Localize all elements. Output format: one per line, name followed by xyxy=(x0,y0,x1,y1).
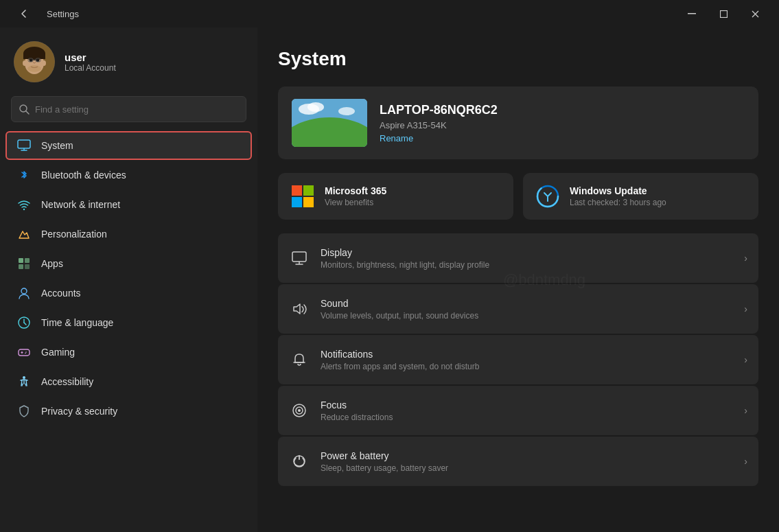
sound-icon xyxy=(289,299,310,319)
svg-point-21 xyxy=(23,209,25,210)
microsoft365-subtitle: View benefits xyxy=(325,198,386,207)
notifications-text: Notifications Alerts from apps and syste… xyxy=(321,349,733,371)
settings-row-display[interactable]: Display Monitors, brightness, night ligh… xyxy=(278,233,758,283)
svg-point-35 xyxy=(23,376,25,379)
sidebar-item-privacy[interactable]: Privacy & security xyxy=(5,397,252,426)
display-text: Display Monitors, brightness, night ligh… xyxy=(321,247,733,270)
privacy-icon xyxy=(16,404,32,419)
device-card: LAPTOP-86NQR6C2 Aspire A315-54K Rename xyxy=(278,86,758,159)
focus-subtitle: Reduce distractions xyxy=(321,413,733,422)
svg-rect-22 xyxy=(19,258,23,263)
device-model: Aspire A315-54K xyxy=(380,120,498,130)
app-title: Settings xyxy=(47,9,79,19)
svg-rect-24 xyxy=(19,264,23,269)
sidebar-item-label-apps: Apps xyxy=(41,258,63,269)
sidebar-item-bluetooth[interactable]: Bluetooth & devices xyxy=(5,161,252,189)
settings-row-focus[interactable]: Focus Reduce distractions › xyxy=(278,386,758,435)
user-name: user xyxy=(65,51,116,63)
svg-rect-18 xyxy=(18,140,30,148)
sidebar-item-time[interactable]: Time & language xyxy=(5,308,252,337)
sidebar-item-network[interactable]: Network & internet xyxy=(5,190,252,219)
windows-update-tile[interactable]: Windows Update Last checked: 3 hours ago xyxy=(523,173,758,220)
svg-rect-1 xyxy=(720,10,727,17)
display-subtitle: Monitors, brightness, night light, displ… xyxy=(321,260,733,270)
close-button[interactable] xyxy=(739,3,771,25)
svg-point-9 xyxy=(42,60,46,66)
titlebar: Settings xyxy=(0,0,779,27)
microsoft365-tile[interactable]: Microsoft 365 View benefits xyxy=(278,173,513,220)
svg-rect-42 xyxy=(303,185,314,196)
svg-rect-30 xyxy=(19,349,30,356)
notifications-icon xyxy=(289,349,310,370)
svg-rect-43 xyxy=(292,197,302,207)
wifi-icon xyxy=(16,197,32,212)
sidebar-item-label-personalization: Personalization xyxy=(41,229,107,240)
back-button[interactable] xyxy=(8,3,40,25)
search-icon xyxy=(19,104,30,115)
monitor-icon xyxy=(16,138,32,153)
device-thumbnail xyxy=(292,99,367,147)
notifications-chevron: › xyxy=(744,354,747,365)
svg-point-33 xyxy=(25,351,27,353)
display-chevron: › xyxy=(744,253,747,264)
display-icon xyxy=(289,248,310,268)
settings-list: Display Monitors, brightness, night ligh… xyxy=(278,233,758,486)
rename-link[interactable]: Rename xyxy=(380,133,498,143)
sidebar-item-apps[interactable]: Apps xyxy=(5,249,252,278)
search-container xyxy=(0,96,257,130)
gaming-icon xyxy=(16,345,32,360)
device-name: LAPTOP-86NQR6C2 xyxy=(380,103,498,117)
sidebar-item-label-network: Network & internet xyxy=(41,199,120,210)
sidebar-item-label-privacy: Privacy & security xyxy=(41,406,117,417)
svg-rect-23 xyxy=(25,258,30,263)
windows-update-title: Windows Update xyxy=(570,185,666,196)
sidebar-item-label-gaming: Gaming xyxy=(41,347,75,358)
svg-rect-48 xyxy=(292,252,306,262)
minimize-button[interactable] xyxy=(676,3,708,25)
content-area: @bdntmdng System LAPTOP-86NQR6C2 Aspire … xyxy=(257,27,779,532)
microsoft365-title: Microsoft 365 xyxy=(325,185,386,196)
user-profile[interactable]: user Local Account xyxy=(0,27,257,96)
settings-row-sound[interactable]: Sound Volume levels, output, input, soun… xyxy=(278,284,758,334)
windows-update-icon xyxy=(535,184,560,209)
power-icon xyxy=(289,451,310,472)
power-chevron: › xyxy=(744,456,747,467)
sidebar-item-accounts[interactable]: Accounts xyxy=(5,279,252,308)
time-icon xyxy=(16,315,32,330)
sidebar-item-label-accessibility: Accessibility xyxy=(41,376,93,387)
svg-rect-25 xyxy=(25,264,30,269)
sidebar-item-label-bluetooth: Bluetooth & devices xyxy=(41,170,126,181)
focus-title: Focus xyxy=(321,400,733,410)
svg-point-12 xyxy=(27,65,41,72)
svg-rect-41 xyxy=(292,185,302,196)
sidebar: user Local Account xyxy=(0,27,257,532)
svg-point-39 xyxy=(338,107,355,115)
search-input[interactable] xyxy=(35,104,239,115)
sidebar-item-gaming[interactable]: Gaming xyxy=(5,338,252,367)
settings-row-notifications[interactable]: Notifications Alerts from apps and syste… xyxy=(278,335,758,384)
user-info: user Local Account xyxy=(65,51,116,73)
apps-icon xyxy=(16,256,32,271)
svg-point-38 xyxy=(307,102,324,112)
quick-tiles: Microsoft 365 View benefits Windows Upda… xyxy=(278,173,758,220)
search-box[interactable] xyxy=(11,96,246,122)
maximize-button[interactable] xyxy=(708,3,739,25)
focus-text: Focus Reduce distractions xyxy=(321,400,733,422)
svg-point-26 xyxy=(21,288,27,294)
focus-chevron: › xyxy=(744,405,747,416)
sidebar-item-system[interactable]: System xyxy=(5,131,252,160)
display-title: Display xyxy=(321,247,733,258)
accessibility-icon xyxy=(16,374,32,389)
svg-marker-51 xyxy=(294,304,300,314)
user-account-type: Local Account xyxy=(65,63,116,73)
sidebar-item-accessibility[interactable]: Accessibility xyxy=(5,367,252,396)
personalization-icon xyxy=(16,227,32,242)
sidebar-item-label-accounts: Accounts xyxy=(41,288,81,299)
svg-line-17 xyxy=(26,111,29,114)
sidebar-item-personalization[interactable]: Personalization xyxy=(5,220,252,248)
settings-row-power[interactable]: Power & battery Sleep, battery usage, ba… xyxy=(278,437,758,486)
page-title: System xyxy=(278,48,758,70)
titlebar-left: Settings xyxy=(8,3,79,25)
svg-point-8 xyxy=(23,60,27,66)
svg-point-40 xyxy=(292,117,367,147)
